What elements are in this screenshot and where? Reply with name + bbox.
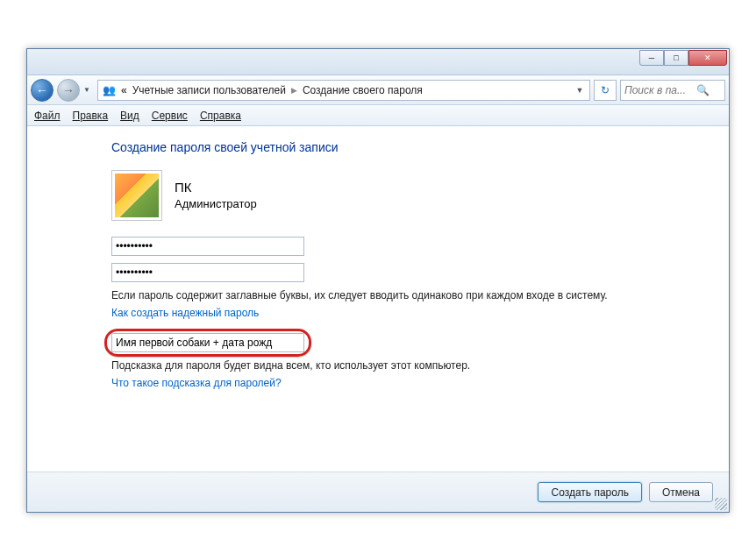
- search-icon[interactable]: 🔍: [696, 84, 710, 96]
- address-dropdown[interactable]: ▼: [574, 86, 586, 95]
- nav-history-dropdown[interactable]: ▼: [83, 86, 94, 94]
- menu-tools[interactable]: Сервис: [152, 110, 188, 122]
- menu-edit[interactable]: Правка: [73, 110, 109, 122]
- user-role: Администратор: [175, 196, 257, 212]
- search-input[interactable]: [624, 84, 693, 96]
- confirm-password-input[interactable]: [111, 263, 304, 282]
- content-area: Создание пароля своей учетной записи ПК …: [27, 126, 729, 415]
- menu-help[interactable]: Справка: [200, 110, 241, 122]
- close-button[interactable]: ✕: [688, 50, 727, 66]
- window-buttons: ─ □ ✕: [639, 50, 727, 66]
- refresh-icon: ↻: [601, 84, 610, 96]
- user-info: ПК Администратор: [175, 178, 257, 212]
- hint-info-link[interactable]: Что такое подсказка для паролей?: [111, 377, 282, 389]
- cancel-button[interactable]: Отмена: [649, 482, 713, 502]
- search-box[interactable]: 🔍: [620, 80, 725, 101]
- caps-note: Если пароль содержит заглавные буквы, их…: [111, 289, 703, 301]
- arrow-right-icon: →: [62, 83, 75, 97]
- titlebar: ─ □ ✕: [27, 49, 729, 75]
- password-hint-input[interactable]: [111, 333, 304, 352]
- user-accounts-icon: 👥: [102, 83, 116, 97]
- arrow-left-icon: ←: [36, 83, 48, 97]
- user-info-row: ПК Администратор: [111, 170, 703, 221]
- address-bar[interactable]: 👥 « Учетные записи пользователей ▶ Созда…: [97, 80, 590, 101]
- page-heading: Создание пароля своей учетной записи: [111, 140, 703, 154]
- back-button[interactable]: ←: [31, 79, 53, 102]
- refresh-button[interactable]: ↻: [594, 80, 617, 101]
- create-password-button[interactable]: Создать пароль: [538, 482, 641, 502]
- user-name: ПК: [175, 178, 257, 196]
- new-password-input[interactable]: [111, 237, 304, 256]
- menu-view[interactable]: Вид: [120, 110, 139, 122]
- forward-button[interactable]: →: [57, 79, 80, 102]
- maximize-button[interactable]: □: [664, 50, 688, 66]
- footer-bar: Создать пароль Отмена: [27, 472, 729, 512]
- crumb-prefix: «: [121, 84, 127, 96]
- resize-grip-icon[interactable]: [715, 498, 727, 510]
- navigation-bar: ← → ▼ 👥 « Учетные записи пользователей ▶…: [27, 75, 729, 105]
- crumb-create-password[interactable]: Создание своего пароля: [303, 84, 423, 96]
- minimize-button[interactable]: ─: [639, 50, 664, 66]
- avatar-image: [115, 174, 159, 217]
- control-panel-window: ─ □ ✕ ← → ▼ 👥 « Учетные записи пользоват…: [26, 48, 730, 513]
- chevron-right-icon: ▶: [291, 86, 297, 95]
- strong-password-link[interactable]: Как создать надежный пароль: [111, 307, 259, 319]
- menu-file[interactable]: Файл: [34, 110, 61, 122]
- menu-bar: Файл Правка Вид Сервис Справка: [27, 105, 729, 126]
- hint-row: [111, 333, 703, 352]
- hint-note: Подсказка для пароля будет видна всем, к…: [111, 359, 703, 372]
- avatar-frame: [111, 170, 162, 221]
- crumb-user-accounts[interactable]: Учетные записи пользователей: [132, 84, 286, 96]
